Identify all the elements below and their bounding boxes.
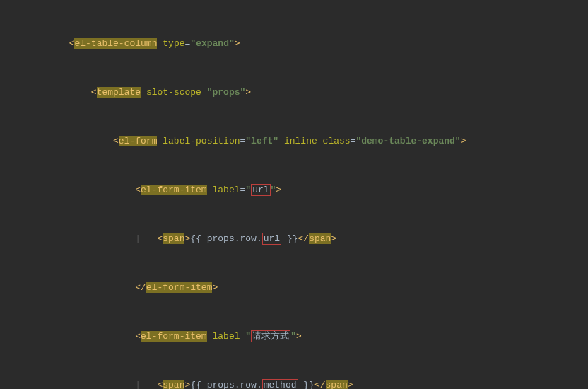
code-line[interactable]: <el-form label-position="left" inline cl… (0, 133, 588, 149)
code-line[interactable]: <el-form-item label="url"> (0, 182, 588, 198)
tag-template: template (97, 87, 141, 98)
prop-url: url (262, 233, 281, 245)
code-line[interactable]: | <span>{{ props.row.url }}</span> (0, 231, 588, 247)
tag-el-form-item: el-form-item (141, 185, 207, 195)
code-line[interactable]: </el-form-item> (0, 279, 588, 296)
prop-method: method (262, 379, 298, 389)
label-value-url: url (251, 184, 270, 196)
label-value-method: 请求方式 (251, 330, 290, 342)
code-line[interactable]: <el-form-item label="请求方式"> (0, 328, 588, 344)
code-line[interactable]: | <span>{{ props.row.method }}</span> (0, 377, 588, 389)
code-line[interactable]: <el-table-column type="expand"> (0, 35, 588, 52)
code-line[interactable]: <template slot-scope="props"> (0, 84, 588, 100)
tag-el-table-column: el-table-column (74, 38, 157, 49)
tag-el-form: el-form (119, 136, 158, 146)
tag-span: span (163, 233, 184, 244)
code-editor[interactable]: <el-table-column type="expand"> <templat… (0, 0, 588, 389)
